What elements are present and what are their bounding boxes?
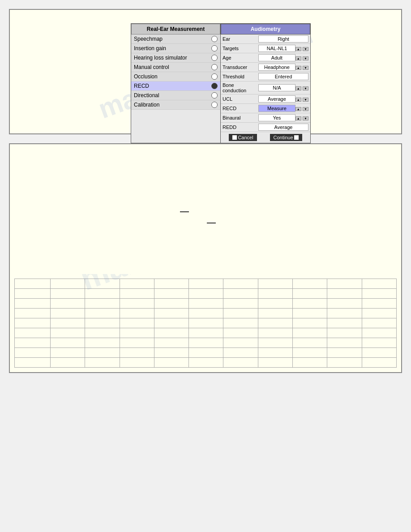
table-cell[interactable] xyxy=(15,358,51,368)
table-cell[interactable] xyxy=(189,348,223,358)
table-cell[interactable] xyxy=(51,279,85,289)
rem-item-directional[interactable]: Directional xyxy=(131,91,220,100)
cancel-button[interactable]: Cancel xyxy=(229,134,257,141)
transducer-up[interactable]: ▲ xyxy=(295,66,301,70)
table-cell[interactable] xyxy=(293,358,327,368)
table-cell[interactable] xyxy=(362,338,396,348)
table-cell[interactable] xyxy=(120,289,154,299)
rem-item-recd[interactable]: RECD xyxy=(131,82,220,91)
table-cell[interactable] xyxy=(362,318,396,328)
table-cell[interactable] xyxy=(189,309,223,318)
table-cell[interactable] xyxy=(15,309,51,318)
rem-item-insertion[interactable]: Insertion gain xyxy=(131,44,220,53)
table-cell[interactable] xyxy=(293,279,327,289)
bone-spin[interactable]: ▲ ▼ xyxy=(295,85,308,91)
table-cell[interactable] xyxy=(51,289,85,299)
table-cell[interactable] xyxy=(15,279,51,289)
table-cell[interactable] xyxy=(120,348,154,358)
recd-spin[interactable]: ▲ ▼ xyxy=(295,105,308,112)
table-cell[interactable] xyxy=(189,289,223,299)
table-cell[interactable] xyxy=(223,358,258,368)
age-down[interactable]: ▼ xyxy=(303,56,308,60)
table-cell[interactable] xyxy=(258,358,292,368)
table-cell[interactable] xyxy=(189,299,223,309)
table-cell[interactable] xyxy=(15,299,51,309)
table-cell[interactable] xyxy=(293,299,327,309)
radio-occlusion[interactable] xyxy=(211,73,218,80)
binaural-spin[interactable]: ▲ ▼ xyxy=(295,115,308,121)
table-cell[interactable] xyxy=(85,279,120,289)
rem-item-hls[interactable]: Hearing loss simulator xyxy=(131,53,220,63)
table-cell[interactable] xyxy=(120,309,154,318)
table-cell[interactable] xyxy=(293,309,327,318)
table-cell[interactable] xyxy=(258,328,292,338)
table-cell[interactable] xyxy=(154,309,188,318)
recd-down[interactable]: ▼ xyxy=(303,107,308,111)
table-cell[interactable] xyxy=(258,279,292,289)
table-cell[interactable] xyxy=(327,358,362,368)
table-cell[interactable] xyxy=(327,328,362,338)
bone-down[interactable]: ▼ xyxy=(303,86,308,90)
table-cell[interactable] xyxy=(362,309,396,318)
table-cell[interactable] xyxy=(15,328,51,338)
table-cell[interactable] xyxy=(327,338,362,348)
table-cell[interactable] xyxy=(51,358,85,368)
transducer-spin[interactable]: ▲ ▼ xyxy=(295,64,308,70)
table-cell[interactable] xyxy=(293,328,327,338)
radio-insertion[interactable] xyxy=(211,45,218,51)
age-spin[interactable]: ▲ ▼ xyxy=(295,55,308,61)
table-cell[interactable] xyxy=(362,328,396,338)
table-cell[interactable] xyxy=(293,338,327,348)
table-cell[interactable] xyxy=(120,338,154,348)
table-cell[interactable] xyxy=(15,318,51,328)
table-cell[interactable] xyxy=(120,358,154,368)
table-cell[interactable] xyxy=(223,318,258,328)
radio-hls[interactable] xyxy=(211,55,218,61)
table-cell[interactable] xyxy=(189,328,223,338)
table-cell[interactable] xyxy=(51,318,85,328)
table-cell[interactable] xyxy=(223,338,258,348)
table-cell[interactable] xyxy=(258,299,292,309)
table-cell[interactable] xyxy=(51,309,85,318)
radio-directional[interactable] xyxy=(211,92,218,99)
table-cell[interactable] xyxy=(223,279,258,289)
table-cell[interactable] xyxy=(362,299,396,309)
table-cell[interactable] xyxy=(154,338,188,348)
table-cell[interactable] xyxy=(120,328,154,338)
table-cell[interactable] xyxy=(51,328,85,338)
transducer-down[interactable]: ▼ xyxy=(303,66,308,70)
table-cell[interactable] xyxy=(223,348,258,358)
table-cell[interactable] xyxy=(258,318,292,328)
table-cell[interactable] xyxy=(154,289,188,299)
table-cell[interactable] xyxy=(327,299,362,309)
table-cell[interactable] xyxy=(120,299,154,309)
continue-button[interactable]: Continue xyxy=(270,134,302,141)
table-cell[interactable] xyxy=(120,318,154,328)
table-cell[interactable] xyxy=(327,318,362,328)
table-cell[interactable] xyxy=(362,289,396,299)
table-cell[interactable] xyxy=(85,299,120,309)
table-cell[interactable] xyxy=(293,318,327,328)
table-cell[interactable] xyxy=(154,318,188,328)
table-cell[interactable] xyxy=(15,348,51,358)
table-cell[interactable] xyxy=(258,348,292,358)
recd-up[interactable]: ▲ xyxy=(295,107,301,111)
rem-item-occlusion[interactable]: Occlusion xyxy=(131,72,220,82)
table-cell[interactable] xyxy=(258,289,292,299)
table-cell[interactable] xyxy=(154,299,188,309)
table-cell[interactable] xyxy=(223,309,258,318)
binaural-down[interactable]: ▼ xyxy=(303,116,308,120)
radio-calibration[interactable] xyxy=(211,102,218,108)
radio-recd[interactable] xyxy=(211,83,218,89)
radio-manual[interactable] xyxy=(211,64,218,70)
targets-up[interactable]: ▲ xyxy=(295,47,301,51)
rem-item-calibration[interactable]: Calibration xyxy=(131,100,220,110)
targets-spin[interactable]: ▲ ▼ xyxy=(295,45,308,51)
table-cell[interactable] xyxy=(258,309,292,318)
table-cell[interactable] xyxy=(15,289,51,299)
targets-down[interactable]: ▼ xyxy=(303,47,308,51)
table-cell[interactable] xyxy=(327,279,362,289)
table-cell[interactable] xyxy=(362,348,396,358)
age-up[interactable]: ▲ xyxy=(295,56,301,60)
table-cell[interactable] xyxy=(85,348,120,358)
